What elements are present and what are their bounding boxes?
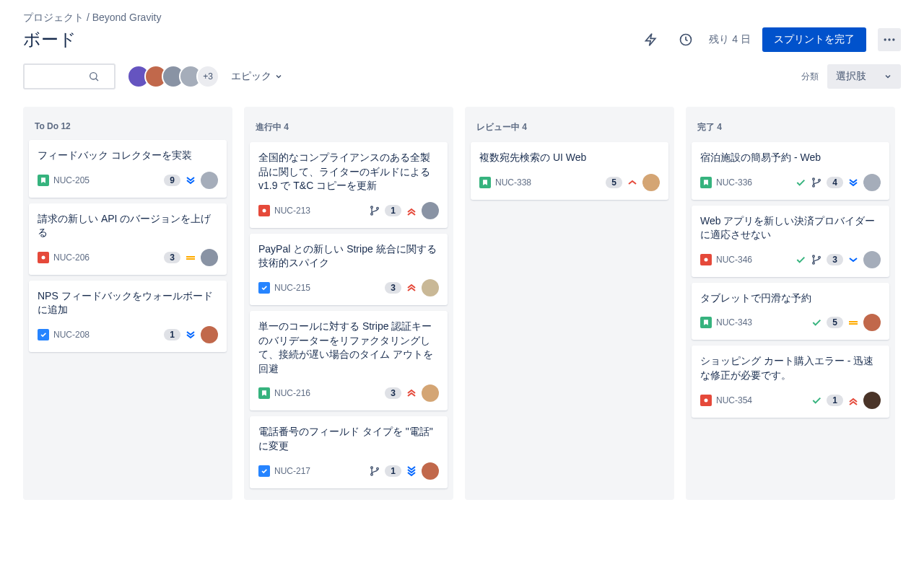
estimate-badge: 5 (606, 177, 622, 188)
svg-point-5 (42, 255, 45, 259)
svg-point-10 (371, 213, 373, 215)
avatar-more[interactable]: +3 (196, 65, 219, 88)
estimate-badge: 1 (385, 205, 401, 216)
assignee-avatar[interactable] (642, 174, 660, 191)
bug-icon (700, 254, 712, 265)
assignee-avatar[interactable] (863, 251, 881, 268)
assignee-avatar[interactable] (422, 384, 439, 402)
story-icon (258, 387, 270, 399)
task-icon (38, 329, 49, 340)
assignee-avatar[interactable] (422, 462, 439, 480)
svg-point-16 (813, 185, 815, 187)
estimate-badge: 3 (164, 252, 180, 263)
priority-low-icon (847, 177, 859, 188)
card-title: フィードバック コレクターを実装 (38, 149, 218, 163)
story-icon (38, 175, 49, 186)
task-icon (258, 465, 270, 477)
clock-icon[interactable] (674, 28, 697, 51)
page-title: ボード (23, 28, 77, 51)
priority-low-icon (847, 254, 859, 265)
issue-card[interactable]: タブレットで円滑な予約 NUC-343 5 (692, 283, 889, 340)
assignee-avatar[interactable] (422, 279, 439, 296)
board-column: 完了 4 宿泊施設の簡易予約 - Web NUC-336 4 Web アプリを新… (686, 107, 895, 500)
chevron-down-icon (884, 72, 892, 81)
issue-key: NUC-346 (716, 255, 752, 265)
breadcrumb-projects[interactable]: プロジェクト (23, 12, 84, 23)
priority-highest-icon (847, 395, 859, 406)
svg-point-12 (371, 467, 373, 469)
search-input[interactable] (23, 63, 116, 89)
done-check-icon (795, 254, 806, 265)
breadcrumb-project[interactable]: Beyond Gravity (92, 12, 162, 23)
estimate-badge: 1 (385, 465, 401, 477)
assignee-avatar[interactable] (863, 392, 881, 409)
estimate-badge: 1 (164, 329, 180, 340)
board-column: To Do 12 フィードバック コレクターを実装 NUC-205 9 請求の新… (23, 107, 232, 500)
branch-icon (811, 254, 822, 265)
issue-card[interactable]: ショッピング カート購入エラー - 迅速な修正が必要です。 NUC-354 1 (692, 346, 889, 417)
issue-card[interactable]: 全国的なコンプライアンスのある全製品に関して、ライターのギルドによる v1.9 … (250, 142, 448, 228)
card-title: PayPal との新しい Stripe 統合に関する技術的スパイク (258, 242, 439, 271)
epic-filter-button[interactable]: エピック (231, 70, 283, 83)
assignee-avatar[interactable] (201, 172, 218, 189)
done-check-icon (811, 317, 822, 328)
estimate-badge: 4 (827, 177, 843, 188)
svg-point-14 (377, 467, 379, 470)
group-by-select[interactable]: 選択肢 (827, 64, 901, 89)
board-column: 進行中 4 全国的なコンプライアンスのある全製品に関して、ライターのギルドによる… (244, 107, 453, 500)
issue-key: NUC-213 (274, 206, 310, 216)
assignee-avatar[interactable] (422, 202, 439, 219)
task-icon (258, 282, 270, 294)
issue-card[interactable]: PayPal との新しい Stripe 統合に関する技術的スパイク NUC-21… (250, 234, 448, 305)
svg-point-20 (813, 262, 815, 264)
issue-card[interactable]: フィードバック コレクターを実装 NUC-205 9 (29, 140, 227, 198)
chevron-down-icon (274, 72, 283, 81)
assignee-avatar[interactable] (863, 314, 881, 331)
priority-high-icon (406, 282, 417, 294)
issue-key: NUC-354 (716, 395, 752, 405)
svg-point-8 (263, 208, 266, 212)
svg-point-24 (705, 398, 708, 402)
card-title: 請求の新しい API のバージョンを上げる (38, 212, 218, 240)
search-field[interactable] (30, 71, 88, 82)
assignee-avatar[interactable] (201, 249, 218, 266)
story-icon (479, 177, 491, 188)
assignee-filter[interactable]: +3 (127, 65, 219, 88)
issue-card[interactable]: 複数宛先検索の UI Web NUC-338 5 (471, 142, 668, 200)
days-remaining: 残り 4 日 (709, 33, 751, 46)
estimate-badge: 3 (827, 254, 843, 265)
assignee-avatar[interactable] (863, 174, 881, 191)
card-title: NPS フィードバックをウォールボードに追加 (38, 289, 218, 317)
svg-point-13 (371, 473, 373, 475)
breadcrumb: プロジェクト / Beyond Gravity (23, 12, 901, 25)
card-title: 全国的なコンプライアンスのある全製品に関して、ライターのギルドによる v1.9 … (258, 151, 439, 193)
branch-icon (369, 205, 380, 216)
issue-key: NUC-336 (716, 177, 752, 188)
svg-point-15 (813, 178, 815, 180)
svg-point-19 (813, 255, 815, 258)
more-button[interactable] (878, 28, 901, 51)
issue-card[interactable]: Web アプリを新しい決済プロバイダーに適応させない NUC-346 3 (692, 206, 889, 277)
issue-card[interactable]: NPS フィードバックをウォールボードに追加 NUC-208 1 (29, 281, 227, 352)
card-title: 複数宛先検索の UI Web (479, 151, 660, 165)
issue-key: NUC-205 (53, 175, 90, 185)
estimate-badge: 3 (385, 282, 401, 294)
card-title: 単一のコールに対する Stripe 認証キーのバリデーターをリファクタリングして… (258, 320, 439, 376)
issue-key: NUC-206 (53, 252, 90, 263)
assignee-avatar[interactable] (201, 326, 218, 343)
automation-icon[interactable] (640, 28, 663, 51)
svg-point-4 (90, 73, 97, 79)
done-check-icon (811, 395, 822, 406)
svg-rect-6 (186, 256, 195, 258)
priority-high-icon (406, 387, 417, 399)
complete-sprint-button[interactable]: スプリントを完了 (762, 27, 866, 52)
svg-rect-23 (849, 323, 858, 325)
issue-card[interactable]: 単一のコールに対する Stripe 認証キーのバリデーターをリファクタリングして… (250, 311, 448, 410)
issue-card[interactable]: 請求の新しい API のバージョンを上げる NUC-206 3 (29, 203, 227, 275)
issue-card[interactable]: 電話番号のフィールド タイプを "電話" に変更 NUC-217 1 (250, 416, 448, 488)
priority-medium-icon (847, 317, 859, 328)
svg-point-9 (371, 206, 373, 208)
svg-point-11 (377, 207, 379, 209)
column-header: To Do 12 (29, 113, 227, 140)
issue-card[interactable]: 宿泊施設の簡易予約 - Web NUC-336 4 (692, 142, 889, 200)
